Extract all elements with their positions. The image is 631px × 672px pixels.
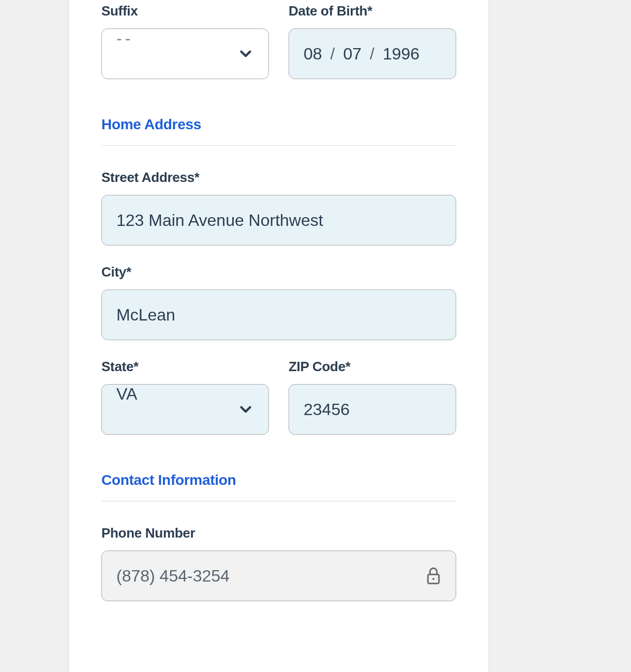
zip-input[interactable] [289, 384, 456, 435]
contact-info-divider [101, 501, 456, 501]
phone-locked-wrapper [101, 551, 456, 601]
dob-year: 1996 [383, 44, 419, 64]
dob-sep-2: / [370, 44, 374, 64]
home-address-divider [101, 145, 456, 146]
dob-label: Date of Birth* [289, 3, 456, 19]
city-label: City* [101, 264, 456, 280]
dob-sep-1: / [330, 44, 335, 64]
form-card: Suffix -- Date of Birth* 08 / 07 / 1996 [69, 0, 488, 672]
suffix-label: Suffix [101, 3, 269, 19]
dob-group: Date of Birth* 08 / 07 / 1996 [289, 3, 456, 79]
state-group: State* VA [101, 359, 269, 435]
city-group: City* [101, 264, 456, 340]
dob-input[interactable]: 08 / 07 / 1996 [289, 28, 456, 79]
zip-label: ZIP Code* [289, 359, 456, 375]
state-select-wrapper: VA [101, 384, 269, 435]
phone-group: Phone Number [101, 525, 456, 601]
phone-label: Phone Number [101, 525, 456, 541]
street-input[interactable] [101, 195, 456, 246]
contact-info-header: Contact Information [101, 472, 456, 488]
home-address-header: Home Address [101, 116, 456, 133]
dob-month: 08 [304, 44, 322, 64]
state-zip-row: State* VA ZIP Code* [101, 359, 456, 453]
suffix-dob-row: Suffix -- Date of Birth* 08 / 07 / 1996 [101, 0, 456, 98]
page-wrapper: Suffix -- Date of Birth* 08 / 07 / 1996 [0, 0, 631, 672]
suffix-select[interactable]: -- [101, 28, 269, 79]
dob-day: 07 [343, 44, 362, 64]
street-label: Street Address* [101, 170, 456, 186]
phone-input [101, 551, 456, 601]
state-select[interactable]: VA [101, 384, 269, 435]
zip-group: ZIP Code* [289, 359, 456, 435]
state-label: State* [101, 359, 269, 375]
city-input[interactable] [101, 289, 456, 340]
suffix-select-wrapper: -- [101, 28, 269, 79]
suffix-group: Suffix -- [101, 3, 269, 79]
street-group: Street Address* [101, 170, 456, 246]
